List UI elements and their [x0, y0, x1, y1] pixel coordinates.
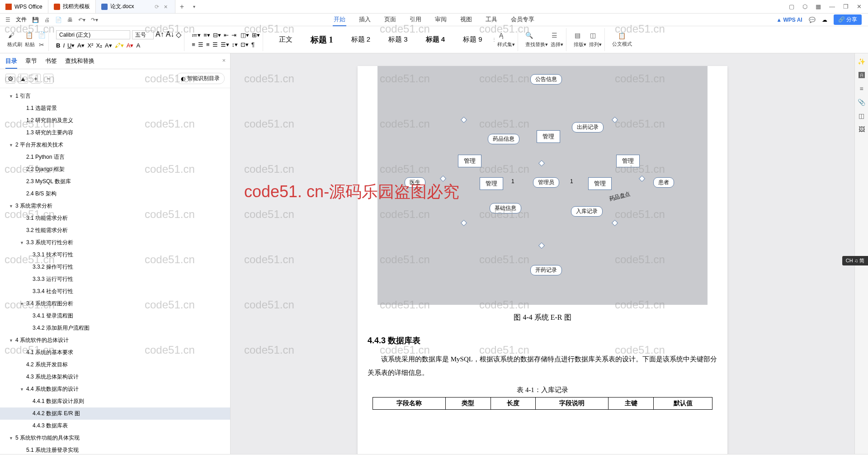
style-heading2[interactable]: 标题 2 [343, 32, 379, 47]
show-marks-icon[interactable]: ¶ [251, 41, 255, 48]
tree-item[interactable]: 2.3 MySQL 数据库 [0, 175, 230, 188]
cloud-icon[interactable]: ☁ [822, 17, 827, 23]
menu-tab-tools[interactable]: 工具 [485, 14, 498, 26]
styleset-icon[interactable]: Ą [497, 31, 505, 39]
tree-item[interactable]: 3.4.2 添加新用户流程图 [0, 322, 230, 334]
tree-toggle-icon[interactable]: ▼ [20, 302, 24, 306]
outline-promote-icon[interactable]: ▲ [18, 74, 28, 84]
window-box-icon[interactable]: ▢ [789, 3, 794, 10]
style-heading9[interactable]: 标题 9 [454, 32, 491, 47]
tree-item[interactable]: 3.3.3 运行可行性 [0, 273, 230, 285]
tree-item[interactable]: ▼2 平台开发相关技术 [0, 139, 230, 151]
rt-style-icon[interactable]: 🅰 [859, 71, 865, 79]
close-icon[interactable]: ✕ [857, 3, 862, 10]
preview-icon[interactable]: 📄 [55, 17, 62, 23]
tree-item[interactable]: 4.1 系统的基本要求 [0, 346, 230, 359]
document-area[interactable]: 公告信息 出药记录 药品信息 管理 管理 管理 管理 管理 医生 管理员 患者 … [231, 53, 854, 454]
char-shading-button[interactable]: A [136, 42, 140, 49]
outline-options-icon[interactable]: ⚙ [5, 74, 15, 84]
font-case-button[interactable]: A▾ [105, 42, 112, 49]
superscript-button[interactable]: X² [87, 42, 93, 49]
rt-clip-icon[interactable]: 📎 [858, 99, 865, 106]
tree-item[interactable]: 3.2 性能需求分析 [0, 224, 230, 237]
print2-icon[interactable]: 🖶 [67, 17, 73, 23]
tab-template[interactable]: 找稻壳模板 [48, 0, 96, 13]
number-list-icon[interactable]: ≡▾ [203, 32, 210, 38]
clear-format-icon[interactable]: ◇ [176, 30, 181, 39]
sidebar-tab-chapter[interactable]: 章节 [25, 57, 37, 69]
sort-label[interactable]: 排版▾ [574, 41, 586, 48]
tab-refresh-icon[interactable]: ⟳ [155, 4, 159, 10]
tree-item[interactable]: 2.1 Python 语言 [0, 151, 230, 163]
subscript-button[interactable]: X₂ [96, 42, 102, 49]
style-heading3[interactable]: 标题 3 [380, 32, 416, 47]
increase-indent-icon[interactable]: ⇥ [231, 32, 236, 38]
menu-tab-view[interactable]: 视图 [459, 14, 473, 26]
maximize-icon[interactable]: ❐ [843, 3, 849, 10]
menu-tab-page[interactable]: 页面 [383, 14, 397, 26]
menu-tab-member[interactable]: 会员专享 [510, 14, 535, 26]
tree-item[interactable]: 1.3 研究的主要内容 [0, 127, 230, 139]
tree-item[interactable]: 3.3.1 技术可行性 [0, 249, 230, 261]
style-heading4[interactable]: 标题 4 [417, 32, 454, 47]
tree-item[interactable]: 3.3.2 操作可行性 [0, 261, 230, 273]
arrange-icon[interactable]: ◫ [589, 31, 597, 39]
minimize-icon[interactable]: — [829, 3, 835, 10]
window-grid-icon[interactable]: ▦ [816, 3, 821, 10]
tree-item[interactable]: ▼5 系统软件功能的具体实现 [0, 432, 230, 444]
rt-para-icon[interactable]: ≡ [859, 85, 863, 92]
tree-item[interactable]: 1.1 选题背景 [0, 102, 230, 114]
font-select[interactable] [56, 30, 130, 39]
bullet-list-icon[interactable]: ≔▾ [192, 32, 201, 38]
tree-toggle-icon[interactable]: ▼ [9, 204, 14, 208]
distribute-icon[interactable]: ☰▾ [221, 41, 229, 48]
format-brush-icon[interactable]: 🖌 [7, 31, 15, 39]
file-menu[interactable]: 文件 [16, 16, 27, 24]
find-label[interactable]: 查找替换▾ [525, 41, 548, 48]
tree-toggle-icon[interactable]: ▼ [9, 94, 14, 99]
tree-item[interactable]: 1.2 研究目的及意义 [0, 114, 230, 127]
borders-icon[interactable]: ⊞▾ [252, 32, 260, 38]
decrease-indent-icon[interactable]: ⇤ [224, 32, 229, 38]
styles-more-icon[interactable]: ⋮ [492, 37, 496, 42]
tree-toggle-icon[interactable]: ▼ [9, 338, 14, 343]
align-left-icon[interactable]: ≡ [192, 41, 195, 48]
rt-gear-icon[interactable]: ✨ [858, 58, 865, 65]
select-icon[interactable]: ☰ [551, 31, 559, 39]
tab-wps-home[interactable]: WPS Office [0, 0, 48, 13]
new-tab-button[interactable]: + [175, 3, 189, 11]
sort-icon[interactable]: ⊡▾ [241, 41, 249, 48]
sidebar-tab-find[interactable]: 查找和替换 [65, 57, 94, 69]
font-size-select[interactable] [132, 30, 154, 39]
styleset-label[interactable]: 样式集▾ [497, 41, 515, 48]
style-normal[interactable]: 正文 [270, 32, 301, 47]
tree-item[interactable]: ▼3 系统需求分析 [0, 200, 230, 212]
menu-tab-start[interactable]: 开始 [333, 14, 346, 26]
tree-toggle-icon[interactable]: ▼ [20, 387, 24, 392]
sidebar-tab-bookmark[interactable]: 书签 [45, 57, 57, 69]
window-hex-icon[interactable]: ⬡ [802, 3, 807, 10]
wps-ai-button[interactable]: ▲ WPS AI [776, 17, 802, 23]
decrease-font-icon[interactable]: A↓ [166, 30, 175, 39]
menu-tab-review[interactable]: 审阅 [434, 14, 448, 26]
tree-toggle-icon[interactable]: ▼ [9, 436, 14, 440]
tree-item[interactable]: 5.1 系统注册登录实现 [0, 444, 230, 454]
tree-item[interactable]: ▼1 引言 [0, 90, 230, 102]
underline-button[interactable]: U▾ [67, 42, 75, 49]
tree-item[interactable]: 3.1 功能需求分析 [0, 212, 230, 224]
highlight-button[interactable]: 🖍▾ [115, 42, 124, 49]
tree-item[interactable]: ▼4 系统软件的总体设计 [0, 334, 230, 346]
tree-item[interactable]: 3.4.1 登录流程图 [0, 310, 230, 322]
share-button[interactable]: 🔗 分享 [834, 14, 862, 25]
shading-icon[interactable]: ◫▾ [241, 32, 249, 38]
tree-item[interactable]: 3.3.4 社会可行性 [0, 285, 230, 298]
save-icon[interactable]: 💾 [32, 17, 39, 23]
tree-toggle-icon[interactable]: ▼ [9, 143, 14, 147]
line-spacing-icon[interactable]: ↕▾ [232, 41, 238, 48]
italic-button[interactable]: I [63, 42, 65, 49]
tree-item[interactable]: 2.2 Django 框架 [0, 163, 230, 175]
sidebar-close-icon[interactable]: × [222, 57, 226, 64]
align-center-icon[interactable]: ☰ [198, 41, 203, 48]
tree-item[interactable]: 4.3 系统总体架构设计 [0, 371, 230, 383]
align-right-icon[interactable]: ≡ [206, 41, 210, 48]
